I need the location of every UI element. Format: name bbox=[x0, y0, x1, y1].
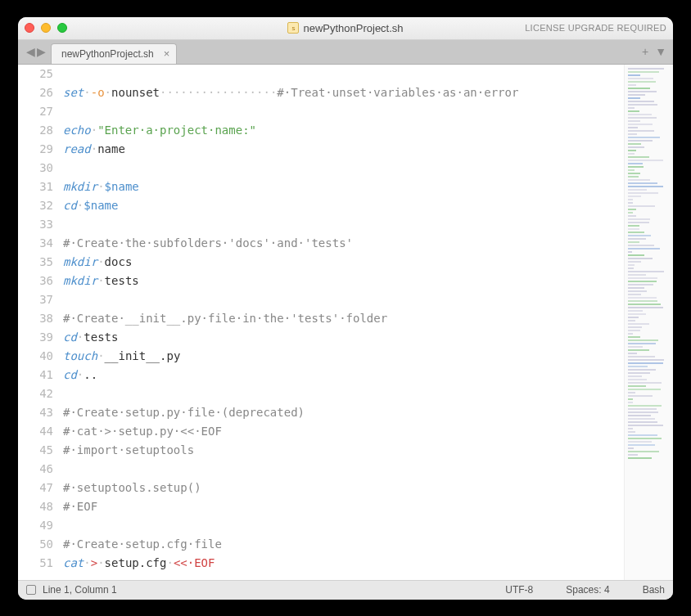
code-line[interactable]: 44#·cat·>·setup.py·<<·EOF bbox=[18, 422, 624, 441]
code-line[interactable]: 38#·Create·__init__.py·file·in·the·'test… bbox=[18, 309, 624, 328]
line-number: 30 bbox=[18, 159, 63, 178]
code-text[interactable]: set·-o·nounset·················#·Treat·u… bbox=[63, 83, 518, 102]
editor-window: s newPythonProject.sh LICENSE UPGRADE RE… bbox=[18, 17, 673, 600]
code-line[interactable]: 34#·Create·the·subfolders·'docs'·and·'te… bbox=[18, 234, 624, 253]
code-text[interactable]: #·import·setuptools bbox=[63, 441, 194, 460]
tab-menu-icon[interactable]: ▼ bbox=[655, 45, 666, 58]
line-number: 50 bbox=[18, 535, 63, 554]
line-number: 46 bbox=[18, 460, 63, 479]
close-window-button[interactable] bbox=[25, 23, 34, 33]
line-number: 39 bbox=[18, 328, 63, 347]
titlebar: s newPythonProject.sh LICENSE UPGRADE RE… bbox=[18, 17, 673, 40]
line-number: 34 bbox=[18, 234, 63, 253]
code-line[interactable]: 40touch·__init__.py bbox=[18, 347, 624, 366]
line-number: 44 bbox=[18, 422, 63, 441]
line-number: 27 bbox=[18, 102, 63, 121]
code-line[interactable]: 37 bbox=[18, 290, 624, 309]
code-text[interactable]: touch·__init__.py bbox=[63, 347, 180, 366]
line-number: 29 bbox=[18, 140, 63, 159]
line-number: 41 bbox=[18, 366, 63, 384]
code-text[interactable]: cat·>·setup.cfg·<<·EOF bbox=[63, 554, 215, 573]
code-pane[interactable]: 2526set·-o·nounset·················#·Tre… bbox=[18, 65, 624, 580]
line-number: 33 bbox=[18, 215, 63, 234]
code-line[interactable]: 51cat·>·setup.cfg·<<·EOF bbox=[18, 554, 624, 573]
tabbar: ◀ ▶ newPythonProject.sh × + ▼ bbox=[18, 40, 673, 65]
editor-area: 2526set·-o·nounset·················#·Tre… bbox=[18, 65, 673, 580]
code-text[interactable]: mkdir·tests bbox=[63, 272, 139, 290]
tab-active[interactable]: newPythonProject.sh × bbox=[51, 43, 177, 64]
code-line[interactable]: 36mkdir·tests bbox=[18, 272, 624, 290]
file-type-icon: s bbox=[287, 22, 299, 34]
code-line[interactable]: 48#·EOF bbox=[18, 497, 624, 516]
code-line[interactable]: 47#·setuptools.setup() bbox=[18, 479, 624, 497]
code-line[interactable]: 42 bbox=[18, 384, 624, 403]
code-text[interactable]: #·Create·setup.cfg·file bbox=[63, 535, 222, 554]
code-line[interactable]: 31mkdir·$name bbox=[18, 178, 624, 196]
license-notice[interactable]: LICENSE UPGRADE REQUIRED bbox=[525, 23, 666, 33]
code-line[interactable]: 50#·Create·setup.cfg·file bbox=[18, 535, 624, 554]
code-text[interactable]: #·Create·the·subfolders·'docs'·and·'test… bbox=[63, 234, 353, 253]
line-number: 38 bbox=[18, 309, 63, 328]
code-line[interactable]: 30 bbox=[18, 159, 624, 178]
code-text[interactable]: #·Create·__init__.py·file·in·the·'tests'… bbox=[63, 309, 387, 328]
code-text[interactable]: #·Create·setup.py·file·(deprecated) bbox=[63, 403, 305, 422]
code-line[interactable]: 49 bbox=[18, 516, 624, 535]
minimize-window-button[interactable] bbox=[41, 23, 51, 33]
line-number: 48 bbox=[18, 497, 63, 516]
window-title-text: newPythonProject.sh bbox=[303, 22, 403, 34]
console-icon[interactable] bbox=[26, 585, 36, 595]
tab-label: newPythonProject.sh bbox=[61, 48, 154, 60]
line-number: 45 bbox=[18, 441, 63, 460]
line-number: 49 bbox=[18, 516, 63, 535]
code-line[interactable]: 35mkdir·docs bbox=[18, 253, 624, 272]
code-line[interactable]: 32cd·$name bbox=[18, 196, 624, 215]
line-number: 51 bbox=[18, 554, 63, 573]
line-number: 43 bbox=[18, 403, 63, 422]
code-text[interactable]: mkdir·$name bbox=[63, 178, 139, 196]
traffic-lights bbox=[25, 23, 67, 33]
code-line[interactable]: 46 bbox=[18, 460, 624, 479]
code-text[interactable]: cd·$name bbox=[63, 196, 118, 215]
line-number: 37 bbox=[18, 290, 63, 309]
tab-close-icon[interactable]: × bbox=[164, 47, 170, 60]
code-text[interactable]: cd·tests bbox=[63, 328, 118, 347]
new-tab-icon[interactable]: + bbox=[642, 45, 648, 58]
line-number: 25 bbox=[18, 65, 63, 83]
code-text[interactable]: #·EOF bbox=[63, 497, 97, 516]
code-text[interactable]: mkdir·docs bbox=[63, 253, 132, 272]
code-line[interactable]: 29read·name bbox=[18, 140, 624, 159]
code-text[interactable]: #·cat·>·setup.py·<<·EOF bbox=[63, 422, 222, 441]
line-number: 40 bbox=[18, 347, 63, 366]
code-line[interactable]: 41cd·.. bbox=[18, 366, 624, 384]
code-text[interactable]: #·setuptools.setup() bbox=[63, 479, 201, 497]
code-line[interactable]: 26set·-o·nounset·················#·Treat… bbox=[18, 83, 624, 102]
code-line[interactable]: 27 bbox=[18, 102, 624, 121]
code-text[interactable]: echo·"Enter·a·project·name:" bbox=[63, 121, 256, 140]
zoom-window-button[interactable] bbox=[57, 23, 67, 33]
line-number: 35 bbox=[18, 253, 63, 272]
line-number: 36 bbox=[18, 272, 63, 290]
status-syntax[interactable]: Bash bbox=[643, 584, 665, 596]
line-number: 42 bbox=[18, 384, 63, 403]
line-number: 26 bbox=[18, 83, 63, 102]
line-number: 47 bbox=[18, 479, 63, 497]
code-line[interactable]: 45#·import·setuptools bbox=[18, 441, 624, 460]
tabbar-controls: + ▼ bbox=[642, 40, 673, 64]
code-text[interactable]: read·name bbox=[63, 140, 125, 159]
nav-back-icon[interactable]: ◀ bbox=[26, 45, 35, 58]
code-line[interactable]: 39cd·tests bbox=[18, 328, 624, 347]
code-line[interactable]: 33 bbox=[18, 215, 624, 234]
minimap[interactable] bbox=[624, 65, 673, 580]
line-number: 28 bbox=[18, 121, 63, 140]
status-position[interactable]: Line 1, Column 1 bbox=[43, 584, 117, 596]
nav-forward-icon[interactable]: ▶ bbox=[37, 45, 46, 58]
code-line[interactable]: 28echo·"Enter·a·project·name:" bbox=[18, 121, 624, 140]
statusbar: Line 1, Column 1 UTF-8 Spaces: 4 Bash bbox=[18, 580, 673, 600]
status-indent[interactable]: Spaces: 4 bbox=[566, 584, 609, 596]
code-line[interactable]: 43#·Create·setup.py·file·(deprecated) bbox=[18, 403, 624, 422]
line-number: 31 bbox=[18, 178, 63, 196]
code-line[interactable]: 25 bbox=[18, 65, 624, 83]
tab-history-nav: ◀ ▶ bbox=[21, 40, 51, 64]
code-text[interactable]: cd·.. bbox=[63, 366, 97, 384]
status-encoding[interactable]: UTF-8 bbox=[505, 584, 533, 596]
